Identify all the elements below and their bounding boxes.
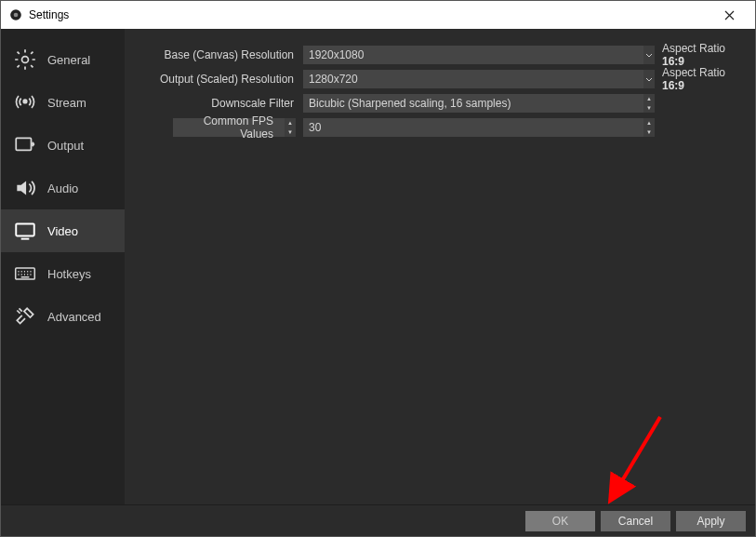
output-resolution-label: Output (Scaled) Resolution	[134, 73, 303, 86]
window-title: Settings	[29, 8, 69, 21]
output-aspect-ratio: Aspect Ratio 16:9	[655, 66, 746, 92]
sidebar-item-general[interactable]: General	[1, 38, 125, 81]
downscale-filter-stepper[interactable]: ▲▼	[643, 94, 655, 113]
sidebar-item-label: Video	[47, 224, 78, 238]
gear-icon	[12, 47, 38, 73]
downscale-filter-value: Bicubic (Sharpened scaling, 16 samples)	[309, 97, 511, 110]
output-resolution-value: 1280x720	[309, 73, 358, 86]
broadcast-icon	[12, 89, 38, 115]
tools-icon	[12, 303, 38, 329]
dialog-footer: OK Cancel Apply	[1, 504, 755, 536]
monitor-icon	[12, 218, 38, 244]
ok-button[interactable]: OK	[525, 511, 595, 531]
sidebar-item-output[interactable]: Output	[1, 124, 125, 167]
base-aspect-ratio: Aspect Ratio 16:9	[655, 42, 746, 68]
base-resolution-label: Base (Canvas) Resolution	[134, 48, 303, 61]
sidebar-item-label: Hotkeys	[47, 267, 91, 281]
sidebar-item-advanced[interactable]: Advanced	[1, 295, 125, 338]
sidebar-item-label: Output	[47, 139, 84, 153]
sidebar-item-hotkeys[interactable]: Hotkeys	[1, 252, 125, 295]
svg-point-3	[23, 100, 26, 102]
fps-value: 30	[309, 121, 321, 134]
titlebar: Settings	[1, 1, 755, 29]
close-button[interactable]	[710, 1, 748, 29]
base-resolution-chevron[interactable]	[643, 46, 655, 64]
video-settings-panel: Base (Canvas) Resolution 1920x1080 Aspec…	[125, 29, 755, 504]
sidebar-item-stream[interactable]: Stream	[1, 81, 125, 124]
svg-point-1	[14, 13, 19, 18]
sidebar-item-label: Stream	[47, 96, 86, 110]
sidebar-item-audio[interactable]: Audio	[1, 167, 125, 209]
settings-sidebar: General Stream Output Audio	[1, 29, 125, 504]
output-icon	[12, 132, 38, 158]
app-logo-icon	[8, 7, 23, 22]
apply-button[interactable]: Apply	[676, 511, 746, 531]
downscale-filter-dropdown[interactable]: Bicubic (Sharpened scaling, 16 samples)	[303, 94, 643, 113]
fps-value-dropdown[interactable]: 30	[303, 118, 643, 137]
cancel-button[interactable]: Cancel	[601, 511, 670, 531]
base-resolution-value: 1920x1080	[309, 48, 364, 61]
speaker-icon	[12, 175, 38, 201]
fps-mode-label: Common FPS Values	[179, 114, 279, 141]
fps-mode-stepper[interactable]: ▲▼	[285, 118, 296, 137]
svg-rect-5	[16, 223, 34, 235]
sidebar-item-label: Advanced	[47, 310, 101, 324]
output-resolution-chevron[interactable]	[643, 70, 655, 88]
svg-rect-4	[16, 138, 31, 150]
sidebar-item-video[interactable]: Video	[1, 209, 125, 252]
downscale-filter-label: Downscale Filter	[134, 97, 303, 110]
keyboard-icon	[12, 261, 38, 287]
svg-point-2	[22, 57, 29, 63]
base-resolution-dropdown[interactable]: 1920x1080	[303, 46, 643, 64]
fps-value-stepper[interactable]: ▲▼	[643, 118, 655, 137]
output-resolution-dropdown[interactable]: 1280x720	[303, 70, 643, 88]
sidebar-item-label: General	[47, 53, 90, 67]
fps-mode-dropdown[interactable]: Common FPS Values	[173, 118, 285, 137]
sidebar-item-label: Audio	[47, 181, 78, 195]
